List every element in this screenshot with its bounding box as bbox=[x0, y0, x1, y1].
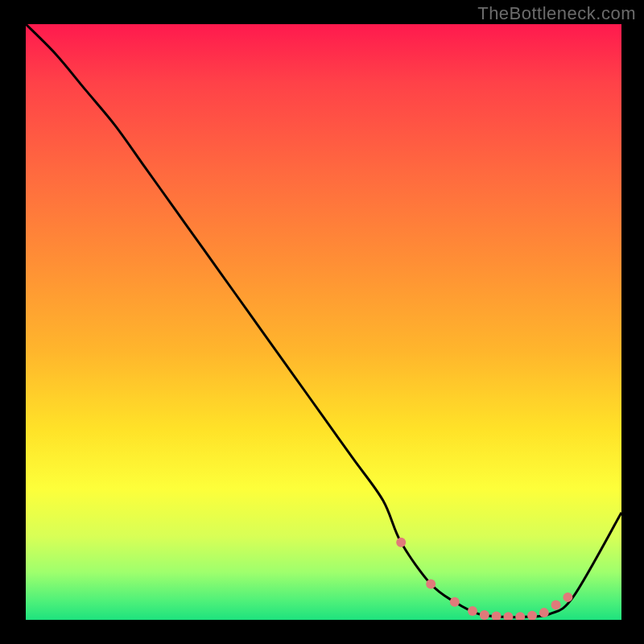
curve-svg bbox=[26, 24, 621, 620]
plot-area bbox=[26, 24, 621, 620]
data-point bbox=[450, 597, 460, 607]
chart-root: { "watermark": "TheBottleneck.com", "cha… bbox=[0, 0, 644, 644]
data-point bbox=[563, 592, 572, 602]
data-point bbox=[515, 612, 525, 620]
curve-path bbox=[26, 24, 621, 617]
data-point bbox=[396, 538, 406, 547]
data-point bbox=[527, 611, 537, 620]
marker-group bbox=[396, 538, 572, 620]
data-point bbox=[551, 601, 561, 610]
data-point bbox=[503, 612, 513, 620]
data-point bbox=[426, 580, 436, 589]
watermark-text: TheBottleneck.com bbox=[477, 3, 636, 24]
data-point bbox=[480, 610, 489, 620]
data-point bbox=[468, 606, 477, 616]
data-point bbox=[492, 612, 502, 620]
data-point bbox=[539, 608, 549, 617]
